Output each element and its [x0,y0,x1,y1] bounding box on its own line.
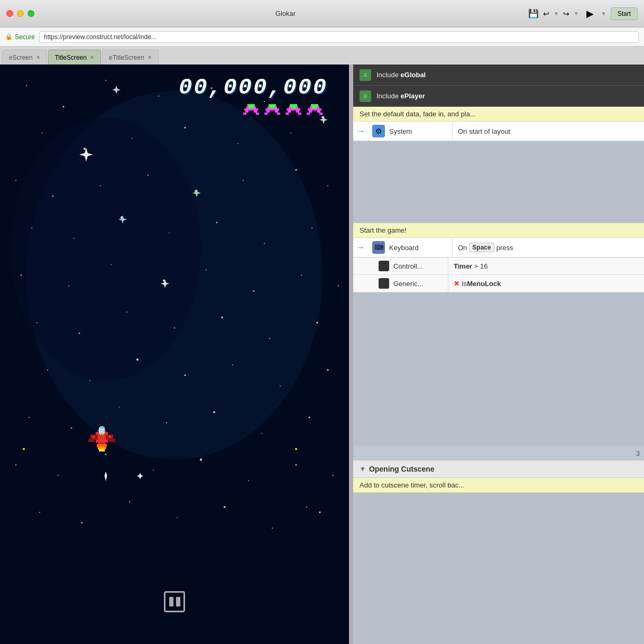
svg-rect-117 [88,439,95,442]
svg-point-60 [309,417,310,418]
svg-point-55 [71,427,72,429]
traffic-lights [6,10,34,17]
sub-indent-2 [353,275,374,292]
panel-divider [349,65,353,644]
event-arrow-2: → [353,238,368,257]
svg-rect-118 [109,439,115,442]
tab-escreen[interactable]: eScreen ✕ [2,50,47,65]
main-content: 00,000,000 [0,65,644,644]
undo-button[interactable]: ↩ [543,10,549,18]
svg-point-77 [23,448,25,450]
tab-etitlescreen-close[interactable]: ✕ [148,54,152,60]
svg-point-18 [52,196,54,197]
svg-point-58 [213,411,215,413]
sub-event-row-controller[interactable]: Controll... Timer > 16 [353,257,644,275]
comment-2-text: Start the game! [360,226,407,234]
play-arrow-icon: ▼ [601,11,606,16]
controller-condition: Controll... [374,257,448,274]
svg-point-13 [185,127,186,128]
include-eglobal-label: Include eGlobal [376,71,426,79]
comment-row-2: Start the game! [353,223,644,238]
svg-point-41 [79,333,80,334]
svg-rect-103 [308,108,321,111]
svg-point-22 [243,180,244,181]
system-condition-name: System [389,127,412,135]
svg-point-17 [15,180,16,181]
svg-rect-81 [247,104,255,106]
event-action-keyboard: On Space press [453,238,644,257]
event-row-keyboard[interactable]: → ⌨ Keyboard On Space press [353,238,644,257]
spacer-2 [353,292,644,446]
tab-etitlescreen-label: eTitleScreen [109,54,144,61]
svg-point-26 [73,238,75,239]
svg-point-57 [166,422,167,424]
svg-point-3 [26,85,27,86]
svg-point-68 [333,475,334,476]
generic-condition: Generic... [374,275,448,292]
svg-rect-108 [317,111,320,113]
event-action-layout: On start of layout [453,122,644,141]
svg-point-44 [221,316,223,318]
svg-rect-102 [298,113,301,115]
svg-rect-92 [275,111,278,113]
play-button[interactable]: ▶ [583,7,597,21]
event-arrow-1: → [353,122,368,141]
svg-point-30 [264,243,265,244]
svg-rect-93 [264,113,268,115]
lock-icon: 🔒 [5,33,13,40]
svg-point-70 [81,522,83,523]
svg-rect-109 [307,113,310,115]
svg-rect-97 [290,104,297,106]
tab-titlescreen-close[interactable]: ✕ [90,54,94,60]
svg-rect-114 [100,426,104,428]
svg-point-69 [39,512,40,513]
x-icon: ✕ [454,280,459,288]
svg-point-4 [63,106,65,107]
svg-rect-86 [256,113,259,115]
svg-point-23 [296,169,297,171]
start-tab[interactable]: Start [611,7,638,20]
player-ship-svg [87,424,116,456]
pause-bar-left [169,597,173,606]
svg-point-53 [327,369,329,371]
pause-bar-right [176,597,180,606]
tab-etitlescreen[interactable]: eTitleScreen ✕ [102,50,159,65]
window-title: Glokar [43,10,528,17]
keyboard-condition-name: Keyboard [389,244,419,252]
redo-button[interactable]: ↪ [563,10,569,18]
url-input[interactable] [39,31,639,43]
event-row-system[interactable]: → ⚙ System On start of layout [353,122,644,141]
sub-indent-1 [353,257,374,274]
svg-point-37 [253,290,255,292]
svg-point-47 [47,370,48,371]
tab-escreen-close[interactable]: ✕ [36,54,40,60]
line-number: 3 [623,449,644,457]
svg-point-61 [15,464,16,465]
generic-action: ✕ Is MenuLock [448,275,644,292]
svg-rect-124 [93,436,95,438]
menulock-text: MenuLock [467,280,501,288]
svg-point-48 [89,380,90,381]
svg-rect-90 [270,106,275,108]
system-icon: ⚙ [372,125,385,137]
minimize-button[interactable] [17,10,24,17]
space-key-badge: Space [469,243,494,252]
controller-icon [379,261,389,271]
tab-titlescreen[interactable]: TitleScreen ✕ [48,50,101,65]
section-header-opening[interactable]: ▼ Opening Cutscene [353,461,644,478]
save-icon[interactable]: 💾 [528,8,539,19]
redo-arrow-icon: ▼ [574,11,579,16]
svg-point-65 [200,458,202,461]
sub-event-row-generic[interactable]: Generic... ✕ Is MenuLock [353,275,644,292]
svg-rect-101 [286,113,289,115]
include-eplayer-row[interactable]: ≡ Include ePlayer [353,86,644,107]
maximize-button[interactable] [27,10,34,17]
svg-point-45 [269,338,270,339]
comment-row-1: Set the default data, fade in, and pla..… [353,107,644,122]
svg-point-33 [68,285,69,286]
section-header-text: Opening Cutscene [369,465,435,473]
pause-icon[interactable] [164,591,185,612]
close-button[interactable] [6,10,13,17]
svg-point-14 [237,143,238,144]
include-eglobal-row[interactable]: ≡ Include eGlobal [353,65,644,86]
